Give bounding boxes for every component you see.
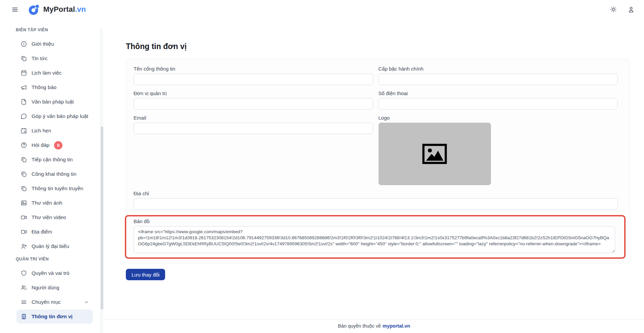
calendar-clock-icon [20,127,27,134]
sidebar-item-label: Thông tin đơn vị [32,314,72,320]
sun-icon[interactable] [609,5,617,13]
phone-input[interactable] [379,98,618,110]
sidebar-item[interactable]: Thư viện ảnh [16,196,93,210]
notification-badge: 0 [54,141,62,150]
portal-logo-icon [28,3,40,16]
managing-unit-input[interactable] [134,98,373,110]
sidebar-item[interactable]: Chuyên mục [16,295,93,309]
address-label: Địa chỉ [134,191,618,196]
brand-name: MyPortal.vn [43,5,86,14]
logo-label: Logo [379,115,618,121]
megaphone-icon [20,84,27,91]
admin-level-input[interactable] [379,74,618,85]
sidebar-item-label: Thư viện video [32,214,66,220]
sidebar-item-label: Quyền và vai trò [32,270,69,276]
sidebar-item-label: Công khai thông tin [32,171,77,177]
unit-info-form: Tên cổng thông tin Cấp bậc hành chính Đơ… [126,59,630,264]
sidebar-item[interactable]: Thông báo [16,80,93,94]
sidebar-item-label: Góp ý văn bản pháp luật [32,113,88,119]
chevron-down-icon [84,300,89,305]
sidebar-scrollbar[interactable] [101,126,103,309]
map-embed-textarea[interactable] [134,226,615,253]
footer-portal-link[interactable]: myportal.vn [383,323,410,329]
map-label: Bản đồ [134,218,615,224]
save-button[interactable]: Lưu thay đổi [126,269,165,280]
portal-name-input[interactable] [134,74,373,85]
user-plus-icon [20,243,27,250]
logo-field-group: Logo [379,115,618,185]
sidebar-item-label: Lịch hẹn [32,128,51,134]
video-icon [20,214,27,221]
sidebar-item[interactable]: Góp ý văn bản pháp luật [16,109,93,123]
sidebar-item[interactable]: Thông tin đơn vị [16,309,93,324]
sidebar-section-label: BIÊN TẬP VIÊN [16,28,104,32]
shield-icon [20,270,27,277]
sidebar-item[interactable]: Quyền và vai trò [16,266,93,280]
sidebar-item[interactable]: Quản lý đại biểu [16,239,93,253]
sidebar-section-label: QUẢN TRỊ VIÊN [16,257,104,261]
sidebar-item-label: Thông báo [32,84,56,90]
sidebar-nav: BIÊN TẬP VIÊNGiới thiệuTin tứcLịch làm v… [0,19,104,324]
footer: Bản quyền thuộc vềmyportal.vn [104,319,644,333]
sidebar-item-label: Người dùng [32,285,59,291]
image-placeholder-icon [421,143,448,165]
portal-name-field-group: Tên cổng thông tin [134,66,373,85]
address-field-group: Địa chỉ [134,191,618,210]
phone-label: Số điện thoại [379,90,618,96]
portal-name-label: Tên cổng thông tin [134,66,373,72]
sidebar-item[interactable]: Tin tức [16,51,93,66]
sidebar-item-label: Địa điểm [32,229,52,235]
sidebar-item[interactable]: Người dùng [16,281,93,295]
sidebar-item[interactable]: Hỏi đáp0 [16,138,93,152]
sidebar-item-label: Hỏi đáp [32,142,49,148]
users-icon [20,284,27,291]
sidebar-item-label: Thông tin tuyên truyền [32,185,83,192]
file-icon [20,98,27,105]
sidebar-item[interactable]: Công khai thông tin [16,167,93,181]
sidebar-item-label: Thư viện ảnh [32,200,62,206]
sidebar-item-label: Văn bản pháp luật [32,99,74,105]
calendar-icon [20,70,27,76]
sidebar-item-label: Lịch làm việc [32,70,62,76]
copy-icon [20,156,27,163]
sidebar-item[interactable]: Tiếp cận thông tin [16,153,93,167]
sidebar-item-label: Tin tức [32,55,48,61]
sidebar-item[interactable]: Giới thiệu [16,37,93,51]
email-label: Email [134,115,373,121]
info-icon [20,41,27,47]
sidebar-item-label: Giới thiệu [32,41,54,47]
sidebar-item[interactable]: Thư viện video [16,210,93,224]
brand-logo[interactable]: MyPortal.vn [28,3,86,16]
main-content: Thông tin đơn vị Tên cổng thông tin Cấp … [104,19,644,333]
sidebar-item[interactable]: Địa điểm [16,225,93,239]
chat-icon [20,113,27,120]
video-icon [20,228,27,235]
image-icon [20,200,27,206]
sidebar-item-label: Chuyên mục [32,299,61,305]
sidebar-item[interactable]: Lịch hẹn [16,124,93,138]
sidebar-item[interactable]: Văn bản pháp luật [16,95,93,109]
managing-unit-label: Đơn vị quản trị [134,90,373,96]
sidebar-item[interactable]: Lịch làm việc [16,66,93,80]
sidebar: BIÊN TẬP VIÊNGiới thiệuTin tứcLịch làm v… [0,19,104,333]
map-field-highlight: Bản đồ [125,215,626,259]
admin-level-field-group: Cấp bậc hành chính [379,66,618,85]
copy-icon [20,185,27,192]
address-input[interactable] [134,198,618,210]
app-header: MyPortal.vn [0,0,644,19]
hamburger-menu-icon[interactable] [10,5,20,14]
phone-field-group: Số điện thoại [379,90,618,110]
building-icon [20,313,27,320]
user-icon[interactable] [627,5,635,14]
email-field-group: Email [134,115,373,134]
admin-level-label: Cấp bậc hành chính [379,66,618,72]
sidebar-item-label: Tiếp cận thông tin [32,157,73,163]
list-icon [20,299,27,305]
managing-unit-field-group: Đơn vị quản trị [134,90,373,110]
logo-upload-area[interactable] [379,123,491,185]
footer-copyright-text: Bản quyền thuộc về [338,323,381,329]
help-icon [20,142,27,149]
sidebar-item-label: Quản lý đại biểu [32,243,69,249]
email-input[interactable] [134,123,373,134]
sidebar-item[interactable]: Thông tin tuyên truyền [16,181,93,196]
